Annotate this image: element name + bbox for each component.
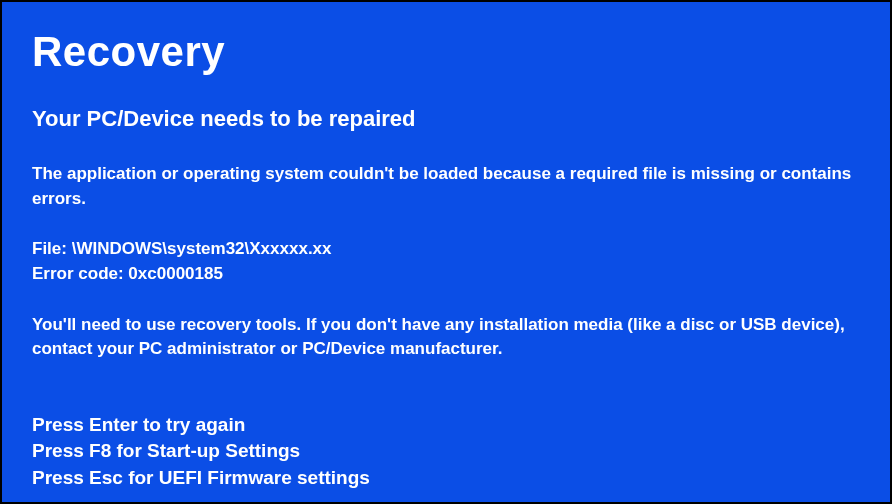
- file-path: File: \WINDOWS\system32\Xxxxxx.xx: [32, 237, 860, 262]
- page-subtitle: Your PC/Device needs to be repaired: [32, 106, 860, 132]
- recovery-instructions: You'll need to use recovery tools. If yo…: [32, 313, 860, 362]
- option-esc: Press Esc for UEFI Firmware settings: [32, 465, 860, 492]
- error-details: File: \WINDOWS\system32\Xxxxxx.xx Error …: [32, 237, 860, 286]
- key-options: Press Enter to try again Press F8 for St…: [32, 412, 860, 492]
- error-reason: The application or operating system coul…: [32, 162, 860, 211]
- error-code: Error code: 0xc0000185: [32, 262, 860, 287]
- recovery-screen: Recovery Your PC/Device needs to be repa…: [2, 2, 890, 504]
- option-enter: Press Enter to try again: [32, 412, 860, 439]
- option-f8: Press F8 for Start-up Settings: [32, 438, 860, 465]
- page-title: Recovery: [32, 28, 860, 76]
